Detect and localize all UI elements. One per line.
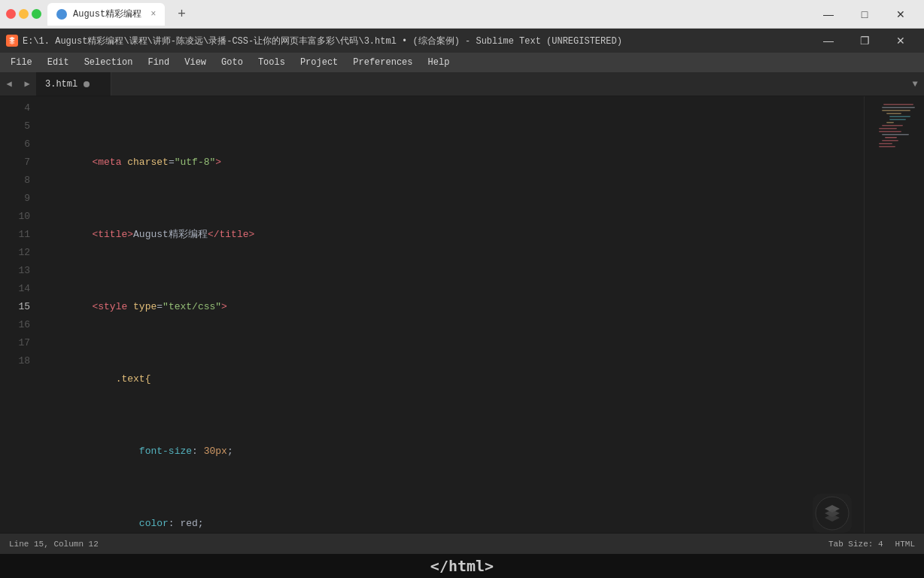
browser-minimize-button[interactable] bbox=[19, 9, 29, 19]
minimap-content bbox=[876, 102, 921, 148]
svg-rect-5 bbox=[889, 116, 910, 117]
win-minimize-button[interactable]: — bbox=[811, 3, 846, 26]
svg-rect-2 bbox=[882, 107, 915, 108]
status-left: Line 15, Column 12 bbox=[9, 540, 99, 549]
line-numbers: 4 5 6 7 8 9 10 11 12 13 14 15 16 17 18 bbox=[0, 96, 39, 533]
titlebar-controls[interactable]: — ❐ ✕ bbox=[811, 30, 918, 51]
tab-nav-prev[interactable]: ◀ bbox=[0, 72, 18, 96]
sublime-icon bbox=[6, 35, 18, 47]
code-line-8: font-size: 30px; bbox=[45, 443, 864, 461]
svg-rect-6 bbox=[889, 119, 906, 120]
svg-rect-3 bbox=[882, 110, 910, 111]
status-syntax[interactable]: HTML bbox=[895, 540, 915, 549]
tab-bar: ◀ ▶ 3.html ▼ bbox=[0, 72, 924, 96]
titlebar-minimize-button[interactable]: — bbox=[811, 30, 846, 51]
menu-item-find[interactable]: Find bbox=[140, 53, 177, 72]
svg-rect-15 bbox=[879, 146, 895, 148]
bottom-bar: </html> bbox=[0, 554, 924, 578]
svg-rect-13 bbox=[882, 140, 898, 141]
line-num-10: 10 bbox=[0, 208, 30, 226]
svg-rect-1 bbox=[883, 104, 913, 105]
svg-rect-14 bbox=[879, 143, 892, 144]
status-bar: Line 15, Column 12 Tab Size: 4 HTML bbox=[0, 533, 924, 554]
tab-close-button[interactable]: × bbox=[150, 9, 156, 20]
browser-close-button[interactable] bbox=[6, 9, 16, 19]
status-right: Tab Size: 4 HTML bbox=[828, 540, 915, 549]
minimap[interactable] bbox=[864, 96, 924, 533]
status-position: Line 15, Column 12 bbox=[9, 540, 99, 549]
sublime-titlebar: E:\1. August精彩编程\课程\讲师-陈凌远\录播-CSS-让你的网页丰… bbox=[0, 29, 924, 53]
menu-item-help[interactable]: Help bbox=[421, 53, 457, 72]
tab-modified-dot bbox=[84, 81, 90, 87]
menu-item-tools[interactable]: Tools bbox=[251, 53, 293, 72]
file-tab-name: 3.html bbox=[45, 79, 78, 90]
sublime-logo-overlay bbox=[813, 494, 852, 533]
code-line-6: <style type="text/css"> bbox=[45, 298, 864, 316]
file-tab[interactable]: 3.html bbox=[36, 72, 111, 96]
line-num-5: 5 bbox=[0, 117, 30, 135]
line-num-13: 13 bbox=[0, 262, 30, 280]
tab-nav-next[interactable]: ▶ bbox=[18, 72, 36, 96]
line-num-7: 7 bbox=[0, 154, 30, 172]
code-editor[interactable]: <meta charset="utf-8"> <title>August精彩编程… bbox=[39, 96, 864, 533]
menu-bar: File Edit Selection Find View Goto Tools… bbox=[0, 53, 924, 72]
menu-item-file[interactable]: File bbox=[3, 53, 40, 72]
svg-rect-8 bbox=[882, 125, 903, 126]
menu-item-project[interactable]: Project bbox=[293, 53, 345, 72]
code-line-5: <title>August精彩编程</title> bbox=[45, 226, 864, 244]
line-num-4: 4 bbox=[0, 99, 30, 117]
browser-tab[interactable]: August精彩编程 × bbox=[47, 3, 165, 26]
svg-rect-12 bbox=[885, 137, 897, 138]
line-num-15: 15 bbox=[0, 298, 30, 316]
tab-dropdown-button[interactable]: ▼ bbox=[906, 72, 924, 96]
svg-rect-9 bbox=[879, 128, 897, 129]
status-tab-size[interactable]: Tab Size: 4 bbox=[828, 540, 883, 549]
window-controls: — □ ✕ bbox=[811, 3, 918, 26]
titlebar-close-button[interactable]: ✕ bbox=[883, 30, 918, 51]
svg-rect-4 bbox=[886, 113, 901, 114]
menu-item-selection[interactable]: Selection bbox=[77, 53, 141, 72]
tab-favicon bbox=[56, 9, 67, 20]
line-num-11: 11 bbox=[0, 226, 30, 244]
line-num-16: 16 bbox=[0, 316, 30, 334]
browser-window-controls[interactable] bbox=[6, 9, 41, 19]
code-line-4: <meta charset="utf-8"> bbox=[45, 154, 864, 172]
titlebar-title: E:\1. August精彩编程\课程\讲师-陈凌远\录播-CSS-让你的网页丰… bbox=[23, 35, 811, 47]
menu-item-edit[interactable]: Edit bbox=[40, 53, 77, 72]
line-num-8: 8 bbox=[0, 172, 30, 190]
line-num-17: 17 bbox=[0, 334, 30, 352]
line-num-14: 14 bbox=[0, 280, 30, 298]
editor-area: 4 5 6 7 8 9 10 11 12 13 14 15 16 17 18 <… bbox=[0, 96, 924, 533]
browser-maximize-button[interactable] bbox=[32, 9, 41, 19]
svg-rect-11 bbox=[882, 134, 909, 135]
browser-chrome: August精彩编程 × + — □ ✕ bbox=[0, 0, 924, 29]
line-num-18: 18 bbox=[0, 352, 30, 370]
code-line-7: .text{ bbox=[45, 370, 864, 388]
line-num-9: 9 bbox=[0, 190, 30, 208]
menu-item-view[interactable]: View bbox=[177, 53, 214, 72]
svg-rect-7 bbox=[886, 122, 894, 123]
line-num-6: 6 bbox=[0, 135, 30, 154]
menu-item-preferences[interactable]: Preferences bbox=[345, 53, 420, 72]
bottom-text: </html> bbox=[430, 557, 494, 575]
win-close-button[interactable]: ✕ bbox=[883, 3, 918, 26]
win-maximize-button[interactable]: □ bbox=[847, 3, 882, 26]
svg-rect-10 bbox=[879, 131, 901, 132]
menu-item-goto[interactable]: Goto bbox=[214, 53, 251, 72]
tab-title: August精彩编程 bbox=[73, 8, 141, 20]
line-num-12: 12 bbox=[0, 244, 30, 262]
new-tab-button[interactable]: + bbox=[171, 4, 192, 25]
titlebar-restore-button[interactable]: ❐ bbox=[847, 30, 882, 51]
code-line-9: color: red; bbox=[45, 515, 864, 533]
